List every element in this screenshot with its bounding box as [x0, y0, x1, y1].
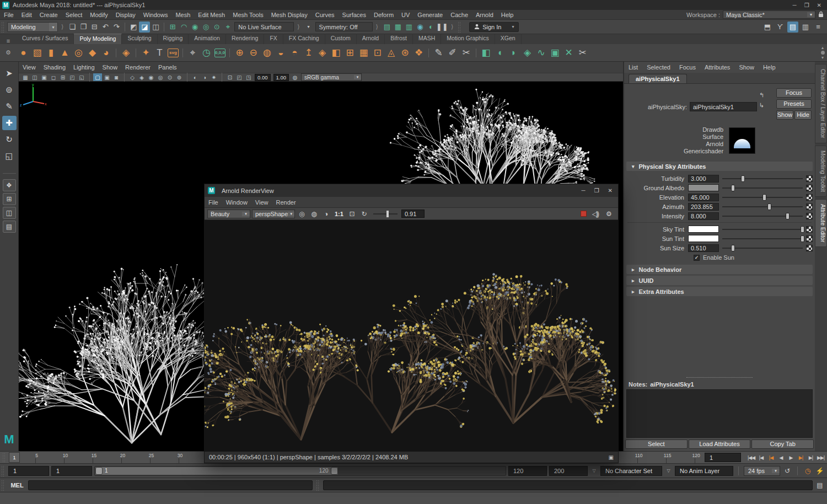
chevron-down-icon[interactable]: ▾ — [288, 212, 294, 216]
ae-menu-item[interactable]: Attributes — [700, 62, 734, 72]
sky-preview-swatch[interactable] — [729, 127, 755, 154]
playback-end-field[interactable]: 120 — [508, 466, 547, 476]
panel-menu-item[interactable]: Renderer — [121, 62, 154, 72]
hide-button[interactable]: Hide — [794, 110, 812, 120]
render-sequence-icon[interactable]: ▥ — [404, 22, 415, 33]
renderview-titlebar[interactable]: M Arnold RenderView ─ ❐ ✕ — [205, 184, 618, 197]
menu-item[interactable]: Arnold — [472, 10, 497, 20]
menu-item[interactable]: File — [0, 10, 18, 20]
grid-toggle-icon[interactable]: ▦ — [21, 73, 30, 81]
live-surface-field[interactable]: No Live Surface — [234, 22, 294, 31]
safe-title-icon[interactable]: ◱ — [77, 73, 86, 81]
menu-item[interactable]: Curves — [312, 10, 339, 20]
shelf-gear-icon[interactable]: ⚙ — [0, 49, 17, 56]
shaded-display-icon[interactable]: ◈ — [137, 73, 146, 81]
cleanup-icon[interactable]: ✂ — [576, 46, 589, 60]
attr-slider[interactable] — [722, 194, 803, 201]
screen-space-ao-icon[interactable]: ⊚ — [175, 73, 184, 81]
menu-item[interactable]: Mesh Tools — [229, 10, 267, 20]
motion-blur-icon[interactable]: ✷ — [210, 73, 218, 81]
rotate-tool-icon[interactable]: ↻ — [2, 132, 17, 147]
time-clock-icon[interactable]: ◷ — [803, 467, 813, 475]
log-console-icon[interactable]: ◁)) — [590, 209, 600, 219]
edit-edge-flow-icon[interactable]: ✐ — [445, 46, 459, 60]
xray-icon[interactable]: ◰ — [235, 73, 244, 81]
ab-compare-icon[interactable]: ◑ — [321, 209, 331, 219]
menu-set-selector[interactable]: Modeling ▾ — [7, 22, 58, 32]
map-button[interactable] — [806, 194, 813, 201]
make-live-icon[interactable]: ⌖ — [222, 22, 233, 33]
enable-sun-checkbox[interactable]: ✓ — [694, 255, 700, 261]
section-physical-sky-attributes[interactable]: Physical Sky Attributes — [626, 162, 813, 171]
single-pane-layout-icon[interactable]: ❖ — [3, 179, 16, 191]
chevron-down-icon[interactable]: ▾ — [807, 12, 815, 17]
character-set-selector[interactable]: No Character Set — [600, 466, 662, 476]
shelf-tab[interactable]: Sculpting — [122, 34, 157, 44]
current-frame-field[interactable]: 1 — [705, 453, 741, 462]
delete-history-icon[interactable]: ✕ — [562, 46, 576, 60]
step-back-frame-button[interactable]: |◀ — [756, 455, 766, 460]
workspace-selector[interactable]: Maya Classic* ▾ — [723, 10, 815, 19]
notes-resize-handle[interactable] — [686, 377, 753, 378]
uv-editor-icon[interactable]: ▣ — [548, 46, 562, 60]
polygon-cone-icon[interactable]: ▲ — [58, 46, 72, 60]
chevron-down-icon[interactable]: ▽ — [590, 468, 598, 473]
maximize-button[interactable]: ❐ — [594, 187, 599, 194]
lock-workspace-icon[interactable] — [818, 11, 824, 19]
maximize-button[interactable]: ❐ — [804, 2, 809, 8]
joints-xray-icon[interactable]: ◳ — [244, 73, 253, 81]
map-button[interactable] — [806, 235, 813, 242]
mirror-icon[interactable]: ◧ — [329, 46, 343, 60]
scroll-down-icon[interactable]: ▼ — [821, 56, 825, 60]
super-shape-icon[interactable]: ✦ — [139, 46, 153, 60]
set-time-icon[interactable]: ◷ — [200, 46, 213, 60]
presets-button[interactable]: Presets — [776, 99, 812, 109]
separate-icon[interactable]: ⊖ — [246, 46, 260, 60]
shelf-tab[interactable]: Rigging — [158, 34, 189, 44]
move-tool-icon[interactable]: ✚ — [2, 116, 17, 130]
textured-mode-icon[interactable]: ◙ — [112, 73, 121, 81]
shadows-icon[interactable]: ⊙ — [165, 73, 174, 81]
poke-icon[interactable]: ◬ — [384, 46, 398, 60]
menu-item[interactable]: Modify — [86, 10, 111, 20]
render-frame-icon[interactable]: ▤ — [382, 22, 393, 33]
new-scene-icon[interactable]: ❏ — [67, 22, 78, 33]
close-button[interactable]: ✕ — [608, 187, 613, 194]
channel-box-toggle-icon[interactable]: ▤ — [787, 22, 798, 33]
animation-preferences-icon[interactable]: ⚡ — [815, 467, 825, 475]
anim-layer-selector[interactable]: No Anim Layer — [675, 466, 733, 476]
shelf-tab[interactable]: MASH — [413, 34, 441, 44]
menu-item[interactable]: UV — [398, 10, 414, 20]
multi-cut-icon[interactable]: ✂ — [459, 46, 473, 60]
bevel-icon[interactable]: ◈ — [315, 46, 329, 60]
camera-selector[interactable]: perspShape ▾ — [252, 210, 295, 218]
chevron-down-icon[interactable]: ▾ — [303, 22, 314, 33]
attr-slider[interactable] — [722, 235, 803, 243]
boolean-union-icon[interactable]: ◒ — [274, 46, 288, 60]
polygon-disc-icon[interactable]: ◕ — [99, 46, 113, 60]
collapsed-section[interactable]: Node Behavior — [626, 265, 813, 274]
subdiv-proxy-icon[interactable]: ◈ — [520, 46, 534, 60]
panel-menu-item[interactable]: Panels — [154, 62, 181, 72]
map-button[interactable] — [806, 185, 813, 191]
select-button[interactable]: Select — [625, 439, 688, 449]
shelf-tab[interactable]: Rendering — [226, 34, 264, 44]
value-field[interactable]: 203.855 — [688, 203, 719, 211]
platonic-solid-icon[interactable]: ◈ — [119, 46, 133, 60]
panel-menu-item[interactable]: View — [19, 62, 40, 72]
quad-draw-icon[interactable]: ✎ — [432, 46, 445, 60]
shelf-tab[interactable]: Motion Graphics — [441, 34, 495, 44]
menu-item[interactable]: Create — [36, 10, 62, 20]
command-input[interactable] — [28, 480, 313, 490]
shelf-tab[interactable]: Custom — [325, 34, 357, 44]
render-settings-gear-icon[interactable]: ⚙ — [604, 209, 614, 219]
shelf-tab[interactable]: Arnold — [357, 34, 385, 44]
default-material-icon[interactable]: ◇ — [128, 73, 137, 81]
menu-item[interactable]: Mesh — [171, 10, 194, 20]
resolution-gate-icon[interactable]: ▣ — [40, 73, 49, 81]
isolate-select-icon[interactable]: ⊡ — [225, 73, 234, 81]
attr-slider[interactable] — [722, 226, 803, 233]
select-object-icon[interactable]: ◪ — [139, 22, 150, 33]
go-to-end-button[interactable]: ▶▶| — [816, 455, 825, 460]
target-weld-icon[interactable]: ⊡ — [370, 46, 384, 60]
